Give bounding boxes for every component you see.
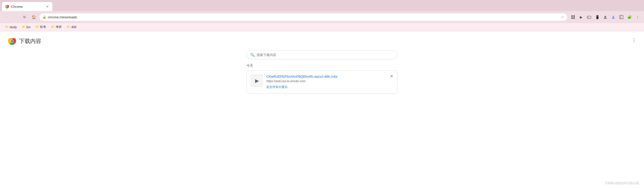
toolbar: ← → ↻ 🏠 🔒 chrome://downloads ☆ ▶ 📱: [0, 11, 644, 23]
bookmark-label: 408: [71, 25, 76, 29]
tab-close-button[interactable]: ✕: [45, 5, 49, 9]
download-url: https://aod.cos.tx.xmcdn.com: [266, 79, 393, 83]
address-text: chrome://downloads: [48, 15, 559, 19]
search-box[interactable]: 🔍: [247, 50, 397, 59]
svg-rect-5: [573, 15, 575, 17]
play-icon: ▶: [255, 78, 259, 84]
svg-rect-11: [620, 15, 623, 19]
bookmark-label: 软考: [40, 25, 46, 29]
svg-rect-10: [612, 18, 615, 19]
more-button[interactable]: ⋮: [634, 14, 641, 21]
svg-point-9: [605, 16, 606, 17]
page-title: 下载内容: [19, 37, 41, 45]
search-container: 🔍: [0, 50, 644, 59]
download-card: ▶ CKwRUEFEP5cAAnPBQDhs4fc-aacv2-48K.m4a …: [247, 70, 397, 93]
section-today-label: 今天: [247, 59, 261, 70]
cast-icon[interactable]: [586, 14, 593, 21]
svg-rect-6: [571, 17, 573, 19]
extensions-icon[interactable]: [570, 14, 577, 21]
sidebar-icon[interactable]: [618, 14, 625, 21]
search-icon: 🔍: [250, 53, 255, 57]
folder-icon: 📁: [51, 25, 55, 29]
downloads-logo-icon: [8, 37, 16, 45]
page-more-options-button[interactable]: ⋮: [630, 36, 638, 44]
svg-point-16: [11, 40, 13, 42]
download-info: CKwRUEFEP5cAAnPBQDhs4fc-aacv2-48K.m4a ht…: [266, 75, 393, 89]
bookmark-label: study: [10, 25, 17, 29]
bookmark-star-icon[interactable]: ☆: [561, 15, 564, 19]
show-in-folder-button[interactable]: 在文件夹中显示: [266, 85, 288, 89]
folder-icon: 📁: [67, 25, 70, 29]
bookmark-study[interactable]: 📁 study: [3, 25, 19, 30]
more-dots-icon: ⋮: [632, 37, 636, 43]
toolbar-right: ▶ 📱 🧩 ⋮: [570, 14, 641, 21]
bookmark-kaoyan[interactable]: 📁 考研: [49, 24, 64, 30]
back-button[interactable]: ←: [3, 14, 10, 21]
download-thumbnail: ▶: [251, 75, 263, 87]
tab-bar: Chrome ✕: [0, 0, 644, 11]
download-icon[interactable]: [610, 14, 617, 21]
media-button[interactable]: ▶: [578, 14, 585, 21]
watermark: CSDN @好好学习的小高: [605, 181, 639, 185]
chrome-favicon-icon: [5, 5, 9, 9]
bookmark-label: fun: [26, 25, 31, 29]
download-remove-button[interactable]: ✕: [389, 73, 395, 79]
page-content: 下载内容 🔍 今天 ▶ CKwRUEFEP5cAAnPBQDhs4fc-aacv…: [0, 31, 644, 188]
address-bar[interactable]: 🔒 chrome://downloads ☆: [39, 13, 568, 21]
download-filename-link[interactable]: CKwRUEFEP5cAAnPBQDhs4fc-aacv2-48K.m4a: [266, 75, 393, 78]
bookmark-ruankao[interactable]: 📁 软考: [33, 24, 48, 30]
bookmark-fun[interactable]: 📁 fun: [20, 25, 33, 30]
svg-rect-4: [571, 15, 573, 17]
folder-icon: 📁: [35, 25, 39, 29]
extension-puzzle-icon[interactable]: 🧩: [626, 14, 633, 21]
tab-title: Chrome: [11, 5, 43, 9]
profile-icon[interactable]: [602, 14, 609, 21]
bookmarks-bar: 📁 study 📁 fun 📁 软考 📁 考研 📁 408: [0, 23, 644, 31]
svg-rect-7: [573, 17, 575, 19]
downloads-header: 下载内容: [0, 31, 644, 45]
folder-icon: 📁: [22, 25, 25, 29]
reload-button[interactable]: ↻: [21, 14, 28, 21]
downloads-list-area: 今天 ▶ CKwRUEFEP5cAAnPBQDhs4fc-aacv2-48K.m…: [0, 59, 644, 93]
bookmark-408[interactable]: 📁 408: [65, 25, 78, 30]
active-tab[interactable]: Chrome ✕: [2, 2, 52, 11]
search-input[interactable]: [257, 53, 394, 57]
folder-icon: 📁: [5, 25, 9, 29]
home-button[interactable]: 🏠: [30, 14, 37, 21]
save-to-phone-icon[interactable]: 📱: [594, 14, 601, 21]
svg-point-3: [7, 6, 8, 7]
lock-icon: 🔒: [43, 15, 46, 19]
bookmark-label: 考研: [56, 25, 62, 29]
forward-button[interactable]: →: [12, 14, 19, 21]
